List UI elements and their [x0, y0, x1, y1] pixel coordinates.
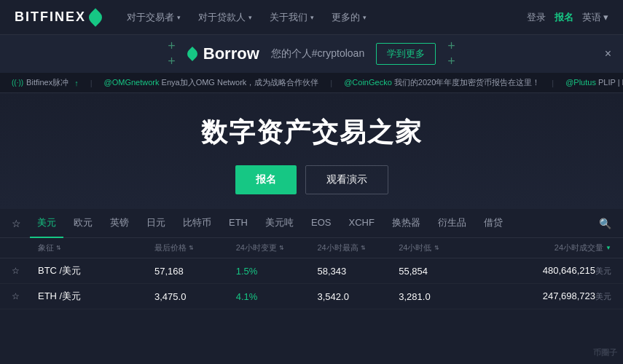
sort-active-icon: ▼ — [606, 245, 611, 251]
borrow-logo: Borrow — [187, 44, 259, 63]
plus-decoration-left: ++ — [168, 39, 176, 69]
borrow-leaf-icon — [185, 47, 200, 61]
banner-subtitle: 您的个人#cryptoloan — [271, 47, 364, 60]
market-tabs: ☆ 美元 欧元 英镑 日元 比特币 ETH 美元吨 EOS XCHF 换热器 — [0, 209, 623, 238]
tab-gbp[interactable]: 英镑 — [103, 209, 136, 238]
col-low[interactable]: 24小时低 ⇅ — [399, 242, 480, 253]
col-change[interactable]: 24小时变更 ⇅ — [236, 242, 318, 253]
language-selector[interactable]: 英语 ▾ — [582, 11, 608, 24]
ticker-divider: | — [552, 79, 554, 87]
col-price[interactable]: 最后价格 ⇅ — [154, 242, 236, 253]
row-symbol: ETH /美元 — [38, 290, 154, 303]
market-section: ☆ 美元 欧元 英镑 日元 比特币 ETH 美元吨 EOS XCHF 换热器 — [0, 209, 623, 309]
tab-derivatives[interactable]: 衍生品 — [431, 209, 474, 238]
hero-section: 数字资产交易之家 报名 观看演示 — [0, 93, 623, 209]
row-volume: 480,646,215美元 — [480, 265, 611, 277]
favorites-star-icon[interactable]: ☆ — [12, 218, 21, 229]
tab-xchf[interactable]: XCHF — [341, 209, 381, 238]
logo-leaf-icon — [86, 8, 104, 26]
demo-button[interactable]: 观看演示 — [305, 165, 388, 194]
col-high[interactable]: 24小时最高 ⇅ — [318, 242, 399, 253]
row-price: 57,168 — [154, 266, 236, 277]
nav-item-more[interactable]: 更多的 ▾ — [324, 7, 374, 28]
wifi-icon: ((·)) — [12, 79, 23, 87]
tab-exchanger[interactable]: 换热器 — [385, 209, 428, 238]
banner-cta-button[interactable]: 学到更多 — [376, 43, 436, 65]
register-link[interactable]: 报名 — [555, 11, 573, 24]
search-icon[interactable]: 🔍 — [599, 218, 611, 229]
row-low: 3,281.0 — [399, 291, 480, 302]
chevron-down-icon: ▾ — [310, 14, 314, 21]
table-row[interactable]: ☆ BTC /美元 57,168 1.5% 58,343 55,854 480,… — [0, 258, 623, 284]
chevron-down-icon: ▾ — [248, 14, 252, 21]
sort-icon: ⇅ — [279, 245, 284, 251]
hero-title: 数字资产交易之家 — [201, 115, 423, 151]
ticker-news-3: @Plutus PLIP | Pluton流动 — [565, 77, 623, 88]
table-row[interactable]: ☆ ETH /美元 3,475.0 4.1% 3,542.0 3,281.0 2… — [0, 284, 623, 309]
nav-item-lenders[interactable]: 对于贷款人 ▾ — [191, 7, 259, 28]
sort-icon: ⇅ — [361, 245, 366, 251]
row-change: 1.5% — [236, 266, 318, 277]
tab-usdton[interactable]: 美元吨 — [258, 209, 301, 238]
row-volume: 247,698,723美元 — [480, 290, 611, 302]
row-star-icon[interactable]: ☆ — [12, 291, 38, 301]
nav-item-traders[interactable]: 对于交易者 ▾ — [119, 7, 188, 28]
logo[interactable]: BITFINEX — [15, 9, 102, 25]
ticker-news-1: @OMGnetwork Enya加入OMG Network，成为战略合作伙伴 — [104, 77, 319, 88]
chevron-down-icon: ▾ — [363, 14, 367, 21]
nav-item-about[interactable]: 关于我们 ▾ — [262, 7, 321, 28]
tab-jpy[interactable]: 日元 — [139, 209, 173, 238]
chevron-down-icon: ▾ — [603, 12, 608, 23]
tab-lending[interactable]: 借贷 — [477, 209, 510, 238]
hero-buttons: 报名 观看演示 — [235, 165, 388, 194]
ticker-divider: | — [90, 79, 93, 87]
sort-icon: ⇅ — [189, 245, 194, 251]
ticker-divider: | — [330, 79, 332, 87]
table-header: 象征 ⇅ 最后价格 ⇅ 24小时变更 ⇅ 24小时最高 ⇅ 24小时低 ⇅ 24… — [0, 238, 623, 258]
row-change: 4.1% — [236, 291, 318, 302]
tab-eth[interactable]: ETH — [222, 209, 255, 238]
navbar: BITFINEX 对于交易者 ▾ 对于贷款人 ▾ 关于我们 ▾ 更多的 ▾ 登录… — [0, 0, 623, 35]
row-high: 3,542.0 — [318, 291, 399, 302]
ticker-text: Bitfinex脉冲 — [26, 77, 68, 88]
nav-links: 对于交易者 ▾ 对于贷款人 ▾ 关于我们 ▾ 更多的 ▾ — [119, 7, 527, 28]
close-banner-button[interactable]: × — [605, 47, 611, 60]
ticker-news-2: @CoinGecko 我们的2020年年度加密货币报告在这里！ — [344, 77, 540, 88]
row-price: 3,475.0 — [154, 291, 236, 302]
col-symbol[interactable]: 象征 ⇅ — [38, 242, 154, 253]
sort-icon: ⇅ — [434, 245, 439, 251]
watermark: 币圈子 — [593, 347, 617, 358]
ticker-bar: ((·)) Bitfinex脉冲 ↑ | @OMGnetwork Enya加入O… — [0, 73, 623, 93]
tab-eur[interactable]: 欧元 — [66, 209, 100, 238]
borrow-banner: ++ Borrow 您的个人#cryptoloan 学到更多 ++ × — [0, 35, 623, 73]
nav-right: 登录 报名 英语 ▾ — [527, 11, 608, 24]
ticker-item: ((·)) Bitfinex脉冲 ↑ — [12, 77, 79, 88]
plus-decoration-right: ++ — [447, 39, 455, 69]
chevron-down-icon: ▾ — [177, 14, 181, 21]
ticker-separator: ↑ — [74, 79, 79, 87]
tab-btc[interactable]: 比特币 — [176, 209, 219, 238]
login-link[interactable]: 登录 — [527, 11, 546, 24]
row-low: 55,854 — [399, 266, 480, 277]
register-button[interactable]: 报名 — [235, 165, 297, 194]
logo-text: BITFINEX — [15, 9, 86, 25]
tab-eos[interactable]: EOS — [304, 209, 338, 238]
row-symbol: BTC /美元 — [38, 264, 154, 277]
row-star-icon[interactable]: ☆ — [12, 266, 38, 276]
tab-usd[interactable]: 美元 — [30, 209, 63, 238]
col-volume[interactable]: 24小时成交量 ▼ — [480, 242, 611, 253]
sort-icon: ⇅ — [56, 245, 61, 251]
row-high: 58,343 — [318, 266, 399, 277]
